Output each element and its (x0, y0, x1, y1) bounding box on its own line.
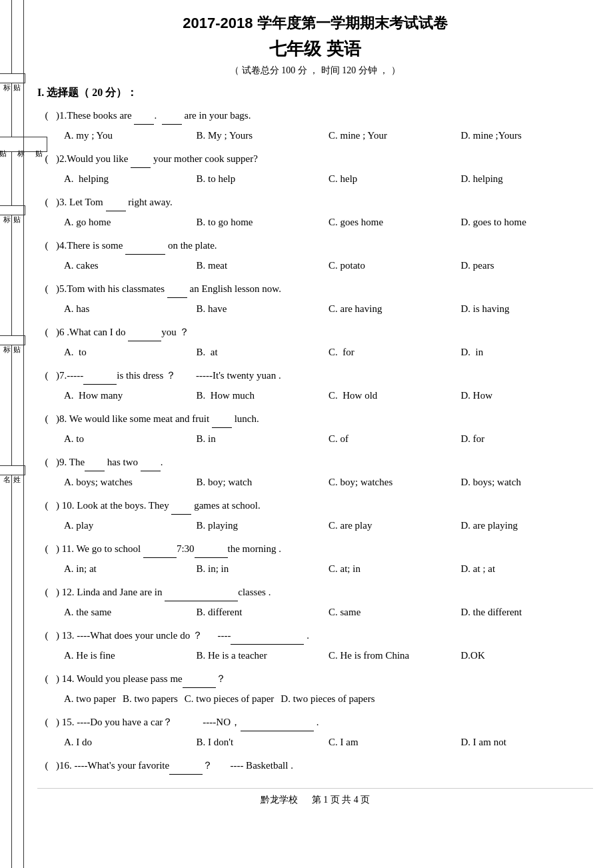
q14-options: A. two paper B. two papers C. two pieces… (37, 690, 593, 708)
footer: 黔龙学校 第 1 页 共 4 页 (37, 788, 593, 806)
q9-optD: D. boys; watch (461, 473, 594, 491)
q13-text: ) 13. ----What does your uncle do ？ ----… (56, 627, 309, 645)
q11-text: ) 11. We go to school 7:30the morning . (56, 540, 281, 558)
q8-optC: C. of (328, 430, 461, 448)
question-11: ( ) 11. We go to school 7:30the morning … (37, 540, 593, 578)
q9-optC: C. boy; watches (328, 473, 461, 491)
q8-options: A. to B. in C. of D. for (37, 430, 593, 448)
question-9: ( )9. The has two . A. boys; watches B. … (37, 453, 593, 491)
question-16: ( )16. ----What's your favorite？ ---- Ba… (37, 757, 593, 775)
q3-paren: ( (37, 193, 56, 211)
q6-line: ( )6 .What can I do you ？ (37, 323, 593, 341)
q12-line: ( ) 12. Linda and Jane are in classes . (37, 583, 593, 601)
q5-optD: D. is having (461, 300, 594, 318)
q5-text: )5.Tom with his classmates an English le… (56, 280, 281, 298)
q12-optA: A. the same (64, 603, 197, 621)
q8-optB: B. in (197, 430, 329, 448)
q9-optA: A. boys; watches (64, 473, 197, 491)
q3-text: )3. Let Tom right away. (56, 193, 173, 211)
q7-paren: ( (37, 367, 56, 385)
main-content: 2017-2018 学年度第一学期期末考试试卷 七年级 英语 （ 试卷总分 10… (24, 0, 613, 868)
q15-options: A. I do B. I don't C. I am D. I am not (37, 733, 593, 751)
q9-line: ( )9. The has two . (37, 453, 593, 471)
question-5: ( )5.Tom with his classmates an English … (37, 280, 593, 318)
question-10: ( ) 10. Look at the boys. They games at … (37, 497, 593, 535)
q2-options: A. helping B. to help C. help D. helping (37, 170, 593, 188)
q10-text: ) 10. Look at the boys. They games at sc… (56, 497, 261, 515)
q15-optD: D. I am not (461, 733, 594, 751)
q9-optB: B. boy; watch (197, 473, 329, 491)
q9-paren: ( (37, 453, 56, 471)
q13-paren: ( (37, 627, 56, 645)
q10-paren: ( (37, 497, 56, 515)
q6-optA: A. to (64, 343, 197, 361)
q1-optC: C. mine ; Your (328, 127, 461, 145)
q11-line: ( ) 11. We go to school 7:30the morning … (37, 540, 593, 558)
question-14: ( ) 14. Would you please pass me？ A. two… (37, 670, 593, 708)
vline-4 (11, 345, 12, 465)
q14-paren: ( (37, 670, 56, 688)
q7-optA: A. How many (64, 387, 197, 405)
q5-optB: B. have (197, 300, 329, 318)
vline-1 (11, 83, 12, 137)
q3-optB: B. to go home (197, 213, 329, 231)
title1: 2017-2018 学年度第一学期期末考试试卷 (37, 13, 593, 33)
question-15: ( ) 15. ----Do you have a car？ ----NO， .… (37, 713, 593, 751)
q13-line: ( ) 13. ----What does your uncle do ？ --… (37, 627, 593, 645)
q2-optA: A. helping (64, 170, 197, 188)
q7-optC: C. How old (328, 387, 461, 405)
q10-options: A. play B. playing C. are play D. are pl… (37, 517, 593, 535)
q5-line: ( )5.Tom with his classmates an English … (37, 280, 593, 298)
q16-line: ( )16. ----What's your favorite？ ---- Ba… (37, 757, 593, 775)
footer-page: 第 1 页 共 4 页 (312, 795, 370, 805)
q11-optB: B. in; in (197, 560, 329, 578)
question-12: ( ) 12. Linda and Jane are in classes . … (37, 583, 593, 621)
question-6: ( )6 .What can I do you ？ A. to B. at C.… (37, 323, 593, 361)
q11-optC: C. at; in (328, 560, 461, 578)
q3-optD: D. goes to home (461, 213, 594, 231)
q3-line: ( )3. Let Tom right away. (37, 193, 593, 211)
sidebar-label-2: 贴标贴标 (0, 137, 47, 152)
q14-optA: A. two paper (64, 690, 116, 708)
q5-optC: C. are having (328, 300, 461, 318)
question-7: ( )7.-----is this dress ？ -----It's twen… (37, 367, 593, 405)
q15-optC: C. I am (328, 733, 461, 751)
section1-title: I. 选择题（ 20 分）： (37, 86, 593, 100)
q6-optC: C. for (328, 343, 461, 361)
q13-optD: D.OK (461, 647, 594, 665)
q4-options: A. cakes B. meat C. potato D. pears (37, 257, 593, 275)
q8-optA: A. to (64, 430, 197, 448)
q6-optD: D. in (461, 343, 594, 361)
q7-options: A. How many B. How much C. How old D. Ho… (37, 387, 593, 405)
sidebar-label-5: 姓名 (0, 465, 25, 475)
q3-optC: C. goes home (328, 213, 461, 231)
q8-optD: D. for (461, 430, 594, 448)
q11-options: A. in; at B. in; in C. at; in D. at ; at (37, 560, 593, 578)
q2-line: ( )2.Would you like your mother cook sup… (37, 150, 593, 168)
q12-optC: C. same (328, 603, 461, 621)
q3-optA: A. go home (64, 213, 197, 231)
q12-optB: B. different (197, 603, 329, 621)
question-2: ( )2.Would you like your mother cook sup… (37, 150, 593, 188)
q9-text: )9. The has two . (56, 453, 163, 471)
vline-top (11, 0, 12, 73)
q11-optA: A. in; at (64, 560, 197, 578)
vline-3 (11, 215, 12, 335)
q11-optD: D. at ; at (461, 560, 594, 578)
q14-optD: D. two pieces of papers (281, 690, 374, 708)
sidebar-label-1: 贴标 (0, 73, 25, 83)
q8-line: ( )8. We would like some meat and fruit … (37, 410, 593, 428)
question-4: ( )4.There is some on the plate. A. cake… (37, 237, 593, 275)
q14-optB: B. two papers (123, 690, 178, 708)
q12-options: A. the same B. different C. same D. the … (37, 603, 593, 621)
q1-options: A. my ; You B. My ; Yours C. mine ; Your… (37, 127, 593, 145)
q7-optB: B. How much (197, 387, 329, 405)
q13-optA: A. He is fine (64, 647, 197, 665)
q14-line: ( ) 14. Would you please pass me？ (37, 670, 593, 688)
q1-optD: D. mine ;Yours (461, 127, 594, 145)
q8-text: )8. We would like some meat and fruit lu… (56, 410, 259, 428)
subtitle: （ 试卷总分 100 分 ， 时间 120 分钟 ， ） (37, 65, 593, 77)
q9-options: A. boys; watches B. boy; watch C. boy; w… (37, 473, 593, 491)
q15-optB: B. I don't (197, 733, 329, 751)
q14-optC: C. two pieces of paper (185, 690, 275, 708)
